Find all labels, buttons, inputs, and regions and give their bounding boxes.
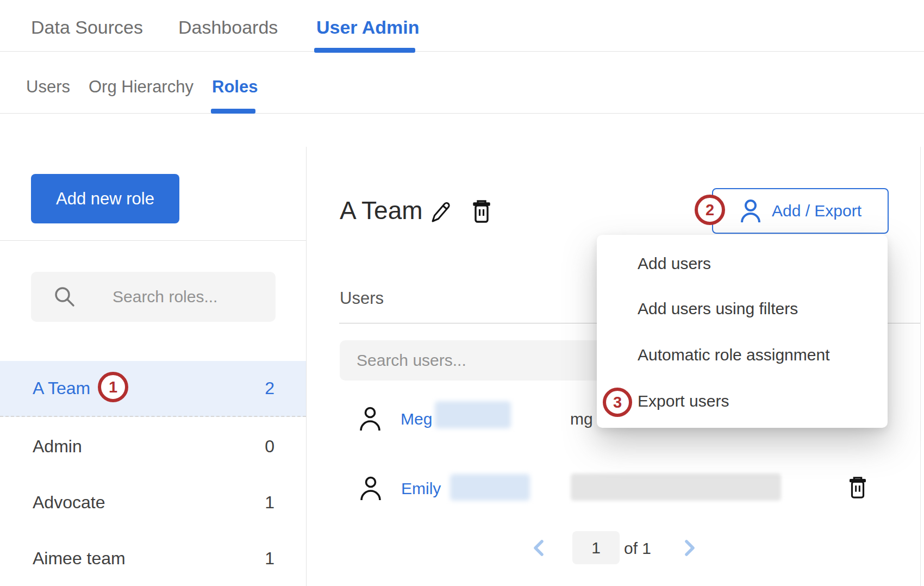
edit-pencil-icon bbox=[429, 219, 452, 227]
edit-role-button[interactable] bbox=[429, 200, 452, 227]
tab-dashboards[interactable]: Dashboards bbox=[178, 17, 278, 38]
menu-item-add-users-using-filters[interactable]: Add users using filters bbox=[638, 292, 809, 326]
redacted-surname bbox=[450, 474, 530, 501]
user-name-link[interactable]: Meg bbox=[401, 410, 432, 428]
menu-item-export-users[interactable]: Export users bbox=[638, 384, 740, 418]
role-row-advocate[interactable]: Advocate 1 bbox=[0, 475, 306, 531]
redacted-email bbox=[571, 473, 781, 501]
previous-page-button[interactable] bbox=[529, 538, 549, 559]
role-row-a-team[interactable]: A Team 2 bbox=[0, 361, 306, 417]
user-icon bbox=[359, 476, 382, 503]
chevron-right-icon bbox=[679, 551, 699, 559]
search-roles-box bbox=[31, 272, 276, 322]
menu-item-automatic-role-assignment[interactable]: Automatic role assignment bbox=[638, 338, 841, 372]
active-subtab-underline bbox=[211, 109, 255, 114]
subtab-users[interactable]: Users bbox=[26, 77, 70, 97]
role-row-aimee-team[interactable]: Aimee team 1 bbox=[0, 531, 306, 586]
add-export-label: Add / Export bbox=[772, 202, 861, 220]
role-count: 1 bbox=[265, 548, 274, 569]
next-page-button[interactable] bbox=[679, 538, 699, 559]
annotation-step-1: 1 bbox=[98, 372, 128, 402]
tab-user-admin[interactable]: User Admin bbox=[316, 17, 420, 38]
role-row-admin[interactable]: Admin 0 bbox=[0, 419, 306, 475]
menu-item-add-users[interactable]: Add users bbox=[638, 247, 722, 280]
role-name: Aimee team bbox=[33, 548, 126, 569]
add-export-button[interactable]: Add / Export bbox=[712, 188, 889, 234]
topnav-divider bbox=[0, 51, 924, 52]
delete-trash-icon bbox=[470, 219, 494, 227]
user-name-link[interactable]: Emily bbox=[401, 479, 441, 498]
role-name: A Team bbox=[33, 378, 90, 398]
tab-data-sources[interactable]: Data Sources bbox=[31, 17, 143, 38]
active-tab-underline bbox=[314, 48, 415, 53]
page-number-input[interactable]: 1 bbox=[572, 531, 620, 564]
role-count: 2 bbox=[265, 378, 274, 398]
annotation-step-3: 3 bbox=[603, 388, 632, 417]
annotation-step-2: 2 bbox=[695, 195, 725, 225]
subtab-org-hierarchy[interactable]: Org Hierarchy bbox=[89, 77, 193, 97]
role-count: 1 bbox=[265, 493, 274, 513]
delete-role-button[interactable] bbox=[470, 198, 494, 227]
delete-trash-icon bbox=[846, 494, 869, 502]
role-name: Advocate bbox=[33, 493, 105, 513]
sidebar-vertical-divider bbox=[306, 147, 307, 586]
user-icon bbox=[739, 198, 762, 223]
user-admin-screen: Data Sources Dashboards User Admin Users… bbox=[0, 0, 924, 586]
user-row-emily: Emily bbox=[306, 467, 920, 514]
content-right-border bbox=[920, 147, 921, 586]
sidebar-divider bbox=[0, 240, 306, 241]
page-title: A Team bbox=[340, 196, 423, 225]
role-name: Admin bbox=[33, 437, 82, 457]
users-column-header: Users bbox=[340, 289, 384, 308]
add-export-menu: Add users Add users using filters Automa… bbox=[597, 235, 888, 428]
page-count-label: of 1 bbox=[624, 539, 651, 558]
chevron-left-icon bbox=[529, 551, 549, 559]
search-icon bbox=[53, 285, 77, 311]
remove-user-button[interactable] bbox=[846, 475, 869, 502]
subnav-divider bbox=[0, 113, 924, 114]
redacted-surname bbox=[435, 401, 511, 428]
add-new-role-button[interactable]: Add new role bbox=[31, 174, 179, 223]
user-icon bbox=[359, 406, 382, 433]
role-count: 0 bbox=[265, 437, 274, 457]
subtab-roles[interactable]: Roles bbox=[212, 77, 258, 97]
user-email: mg bbox=[570, 410, 593, 428]
